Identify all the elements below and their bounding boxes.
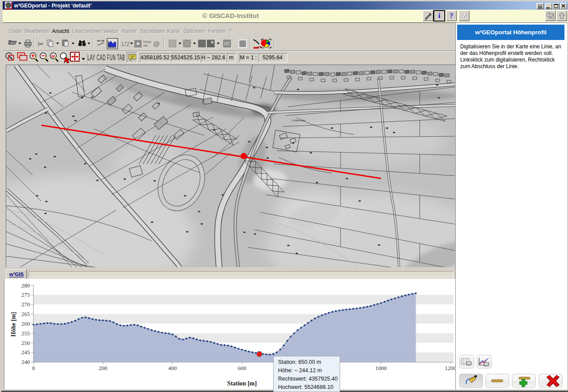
svg-text:0: 0 [32,365,35,371]
svg-text:TERA: TERA [143,40,151,44]
svg-text:@: @ [153,40,160,47]
svg-text:Grabenufer: Grabenufer [292,119,305,122]
svg-text:Station [m]: Station [m] [227,380,257,387]
svg-text:win: win [143,44,148,47]
svg-text:250: 250 [22,340,30,346]
svg-text:Höhe [m]: Höhe [m] [10,312,17,337]
svg-text:600: 600 [238,365,246,371]
svg-text:255: 255 [22,330,30,337]
svg-text:260: 260 [22,320,30,327]
svg-text:1200: 1200 [445,365,456,371]
svg-text:1000: 1000 [375,365,387,371]
svg-text:275: 275 [22,291,30,298]
svg-text:240: 240 [22,359,30,365]
svg-text:245: 245 [22,349,30,356]
svg-text:M: M [51,54,55,58]
svg-text:265: 265 [22,311,30,317]
svg-text:400: 400 [168,365,177,371]
svg-text:270: 270 [22,301,30,308]
svg-text:✂: ✂ [37,40,44,48]
svg-text:1/2: 1/2 [121,40,130,47]
svg-text:280: 280 [22,282,30,289]
svg-text:200: 200 [99,365,107,371]
